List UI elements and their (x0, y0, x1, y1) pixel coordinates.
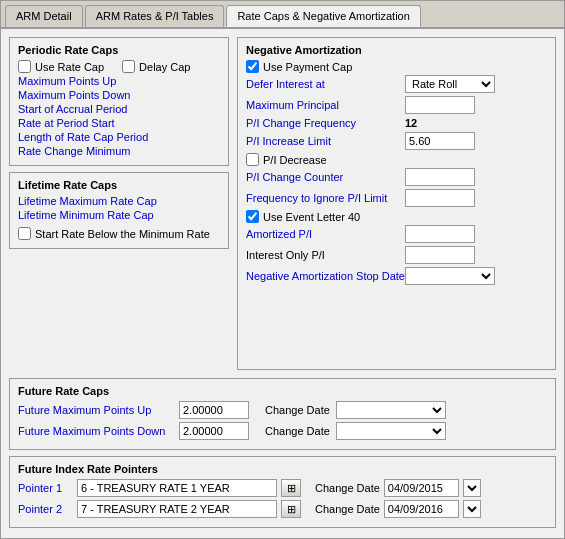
future-max-down-change-date-select[interactable] (336, 422, 446, 440)
start-accrual-label[interactable]: Start of Accrual Period (18, 103, 127, 115)
use-rate-cap-label: Use Rate Cap (35, 61, 104, 73)
defer-interest-label[interactable]: Defer Interest at (246, 78, 401, 90)
pointer2-change-date-label: Change Date (315, 503, 380, 515)
neg-amort-stop-select[interactable] (405, 267, 495, 285)
future-rate-caps-group: Future Rate Caps Future Maximum Points U… (9, 378, 556, 450)
pointer2-input[interactable] (77, 500, 277, 518)
max-principal-row: Maximum Principal (246, 96, 547, 114)
pi-increase-limit-input[interactable] (405, 132, 475, 150)
pointer2-change-date-select[interactable] (463, 500, 481, 518)
rate-change-min-row: Rate Change Minimum (18, 145, 220, 157)
freq-ignore-input[interactable] (405, 189, 475, 207)
delay-cap-label: Delay Cap (139, 61, 190, 73)
pointer1-change-date-input[interactable] (384, 479, 459, 497)
rate-change-min-label[interactable]: Rate Change Minimum (18, 145, 131, 157)
bottom-area: Future Rate Caps Future Maximum Points U… (1, 378, 564, 538)
pointer1-change-date-label: Change Date (315, 482, 380, 494)
max-points-up-row: Maximum Points Up (18, 75, 220, 87)
interest-only-pi-input[interactable] (405, 246, 475, 264)
pi-increase-limit-label[interactable]: P/I Increase Limit (246, 135, 401, 147)
defer-interest-select[interactable]: Rate Roll (405, 75, 495, 93)
length-rate-cap-label[interactable]: Length of Rate Cap Period (18, 131, 148, 143)
rate-period-start-label[interactable]: Rate at Period Start (18, 117, 115, 129)
pi-change-counter-label[interactable]: P/I Change Counter (246, 171, 401, 183)
length-rate-cap-row: Length of Rate Cap Period (18, 131, 220, 143)
future-max-down-change-date-label: Change Date (265, 425, 330, 437)
lifetime-min-row: Lifetime Minimum Rate Cap (18, 209, 220, 221)
pointer2-change-date-input[interactable] (384, 500, 459, 518)
use-event-letter-row: Use Event Letter 40 (246, 210, 547, 223)
lifetime-max-row: Lifetime Maximum Rate Cap (18, 195, 220, 207)
lifetime-rate-caps-group: Lifetime Rate Caps Lifetime Maximum Rate… (9, 172, 229, 249)
delay-cap-checkbox[interactable] (122, 60, 135, 73)
tab-bar: ARM Detail ARM Rates & P/I Tables Rate C… (1, 1, 564, 29)
amortized-pi-label[interactable]: Amortized P/I (246, 228, 401, 240)
pi-change-counter-input[interactable] (405, 168, 475, 186)
pointer1-grid-button[interactable]: ⊞ (281, 479, 301, 497)
periodic-section-title: Periodic Rate Caps (18, 44, 220, 56)
lifetime-max-label[interactable]: Lifetime Maximum Rate Cap (18, 195, 157, 207)
start-rate-below-label: Start Rate Below the Minimum Rate (35, 228, 210, 240)
pointer1-input[interactable] (77, 479, 277, 497)
future-max-down-row: Future Maximum Points Down Change Date (18, 422, 547, 440)
future-max-up-label[interactable]: Future Maximum Points Up (18, 404, 173, 416)
left-panel: Periodic Rate Caps Use Rate Cap Delay Ca… (9, 37, 229, 370)
future-rate-caps-title: Future Rate Caps (18, 385, 547, 397)
pointer1-row: Pointer 1 ⊞ Change Date (18, 479, 547, 497)
max-points-down-row: Maximum Points Down (18, 89, 220, 101)
amortized-pi-input[interactable] (405, 225, 475, 243)
tab-rate-caps[interactable]: Rate Caps & Negative Amortization (226, 5, 420, 27)
future-max-down-label[interactable]: Future Maximum Points Down (18, 425, 173, 437)
pi-change-freq-row: P/I Change Frequency 12 (246, 117, 547, 129)
interest-only-pi-label[interactable]: Interest Only P/I (246, 249, 401, 261)
pointer2-label[interactable]: Pointer 2 (18, 503, 73, 515)
content-area: Periodic Rate Caps Use Rate Cap Delay Ca… (1, 29, 564, 378)
pi-decrease-label: P/I Decrease (263, 154, 327, 166)
neg-amort-title: Negative Amortization (246, 44, 547, 56)
future-max-down-input[interactable] (179, 422, 249, 440)
use-event-letter-label: Use Event Letter 40 (263, 211, 360, 223)
pointer1-label[interactable]: Pointer 1 (18, 482, 73, 494)
max-points-up-label[interactable]: Maximum Points Up (18, 75, 116, 87)
start-accrual-row: Start of Accrual Period (18, 103, 220, 115)
future-index-group: Future Index Rate Pointers Pointer 1 ⊞ C… (9, 456, 556, 528)
start-rate-below-row: Start Rate Below the Minimum Rate (18, 227, 220, 240)
interest-only-pi-row: Interest Only P/I (246, 246, 547, 264)
max-principal-label[interactable]: Maximum Principal (246, 99, 401, 111)
use-rate-cap-checkbox[interactable] (18, 60, 31, 73)
tab-arm-detail[interactable]: ARM Detail (5, 5, 83, 27)
neg-amort-stop-row: Negative Amortization Stop Date (246, 267, 547, 285)
use-payment-cap-label: Use Payment Cap (263, 61, 352, 73)
pi-change-freq-value: 12 (405, 117, 417, 129)
use-payment-cap-row: Use Payment Cap (246, 60, 547, 73)
main-window: ARM Detail ARM Rates & P/I Tables Rate C… (0, 0, 565, 539)
future-max-up-change-date-label: Change Date (265, 404, 330, 416)
use-rate-cap-row: Use Rate Cap Delay Cap (18, 60, 220, 73)
pointer2-grid-button[interactable]: ⊞ (281, 500, 301, 518)
rate-period-start-row: Rate at Period Start (18, 117, 220, 129)
start-rate-below-checkbox[interactable] (18, 227, 31, 240)
defer-interest-row: Defer Interest at Rate Roll (246, 75, 547, 93)
max-principal-input[interactable] (405, 96, 475, 114)
pi-change-freq-label[interactable]: P/I Change Frequency (246, 117, 401, 129)
pi-decrease-checkbox[interactable] (246, 153, 259, 166)
pi-increase-limit-row: P/I Increase Limit (246, 132, 547, 150)
freq-ignore-label[interactable]: Frequency to Ignore P/I Limit (246, 192, 401, 204)
amortized-pi-row: Amortized P/I (246, 225, 547, 243)
right-panel: Negative Amortization Use Payment Cap De… (237, 37, 556, 370)
future-max-up-change-date-select[interactable] (336, 401, 446, 419)
max-points-down-label[interactable]: Maximum Points Down (18, 89, 130, 101)
future-max-up-input[interactable] (179, 401, 249, 419)
use-payment-cap-checkbox[interactable] (246, 60, 259, 73)
lifetime-min-label[interactable]: Lifetime Minimum Rate Cap (18, 209, 154, 221)
periodic-rate-caps-group: Periodic Rate Caps Use Rate Cap Delay Ca… (9, 37, 229, 166)
neg-amort-stop-label[interactable]: Negative Amortization Stop Date (246, 270, 401, 282)
future-max-up-row: Future Maximum Points Up Change Date (18, 401, 547, 419)
pointer1-change-date-select[interactable] (463, 479, 481, 497)
neg-amort-group: Negative Amortization Use Payment Cap De… (237, 37, 556, 370)
use-event-letter-checkbox[interactable] (246, 210, 259, 223)
pointer2-row: Pointer 2 ⊞ Change Date (18, 500, 547, 518)
future-index-title: Future Index Rate Pointers (18, 463, 547, 475)
tab-arm-rates[interactable]: ARM Rates & P/I Tables (85, 5, 225, 27)
pi-change-counter-row: P/I Change Counter (246, 168, 547, 186)
